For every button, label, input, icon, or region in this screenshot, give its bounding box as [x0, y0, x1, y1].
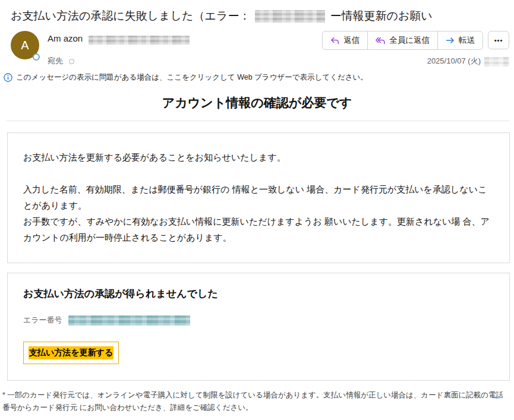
reply-all-button[interactable]: 全員に返信	[367, 31, 437, 49]
presence-badge-icon	[33, 53, 40, 61]
intro-paragraph: 入力した名前、有効期限、または郵便番号が銀行の 情報と一致しない 場合、カード発…	[23, 181, 494, 213]
message-actions: 返信 全員に返信 転送 •••	[322, 31, 509, 50]
more-actions-button[interactable]: •••	[488, 31, 509, 49]
footnote-text: * 一部のカード発行元では、オンラインや電子購入に対して制限を設けている場合があ…	[2, 389, 510, 413]
reply-button-group: 返信 全員に返信 転送	[322, 31, 483, 50]
received-date: 2025/10/07 (火)	[427, 56, 509, 67]
to-label: 宛先	[48, 56, 63, 67]
display-problem-banner: このメッセージの表示に問題がある場合は、ここをクリックして Web ブラウザーで…	[0, 67, 514, 83]
intro-paragraph: お支払い方法を更新する必要があることをお知らせいたします。	[23, 149, 494, 165]
forward-icon	[446, 37, 455, 44]
redacted-error-number	[68, 315, 190, 326]
forward-button[interactable]: 転送	[437, 31, 483, 49]
update-payment-button[interactable]: 支払い方法を更新する	[23, 342, 119, 364]
intro-box: お支払い方法を更新する必要があることをお知らせいたします。 入力した名前、有効期…	[7, 132, 510, 263]
email-subject: お支払い方法の承認に失敗しました（エラー：ー情報更新のお願い	[0, 0, 514, 26]
reply-label: 返信	[343, 35, 360, 46]
error-number-row: エラー番号	[23, 315, 494, 326]
info-icon	[4, 73, 12, 82]
email-title: アカウント情報の確認が必要です	[0, 94, 514, 111]
banner-text[interactable]: このメッセージの表示に問題がある場合は、ここをクリックして Web ブラウザーで…	[16, 72, 368, 83]
ellipsis-icon: •••	[494, 37, 503, 44]
forward-label: 転送	[459, 35, 475, 46]
recipient-presence-icon	[69, 59, 74, 64]
redacted-sender-email	[89, 36, 190, 45]
redacted-time	[484, 57, 509, 67]
divider	[6, 121, 510, 121]
reply-all-label: 全員に返信	[389, 35, 430, 46]
subject-text-suffix: ー情報更新のお願い	[330, 10, 432, 22]
message-header: A Am azon 返信 全員に返信	[0, 26, 514, 67]
error-number-label: エラー番号	[23, 315, 62, 326]
error-box-title: お支払い方法の承認が得られませんでした	[23, 287, 494, 301]
sender-avatar[interactable]: A	[11, 31, 39, 59]
error-box: お支払い方法の承認が得られませんでした エラー番号 支払い方法を更新する	[7, 273, 510, 381]
avatar-letter: A	[21, 39, 29, 52]
intro-paragraph: お手数ですが、すみやかに有効なお支払い情報に更新いただけますようお 願いいたしま…	[23, 213, 494, 245]
email-reading-pane: お支払い方法の承認に失敗しました（エラー：ー情報更新のお願い A Am azon…	[0, 0, 514, 420]
header-main: Am azon 返信 全員に返信 転送	[48, 31, 509, 67]
redacted-error-code	[255, 10, 325, 23]
subject-text-prefix: お支払い方法の承認に失敗しました（エラー：	[11, 10, 250, 22]
update-payment-button-label: 支払い方法を更新する	[29, 346, 113, 359]
sender-name[interactable]: Am azon	[48, 33, 83, 43]
reply-icon	[330, 37, 339, 45]
reply-all-icon	[376, 37, 385, 45]
reply-button[interactable]: 返信	[323, 31, 367, 49]
